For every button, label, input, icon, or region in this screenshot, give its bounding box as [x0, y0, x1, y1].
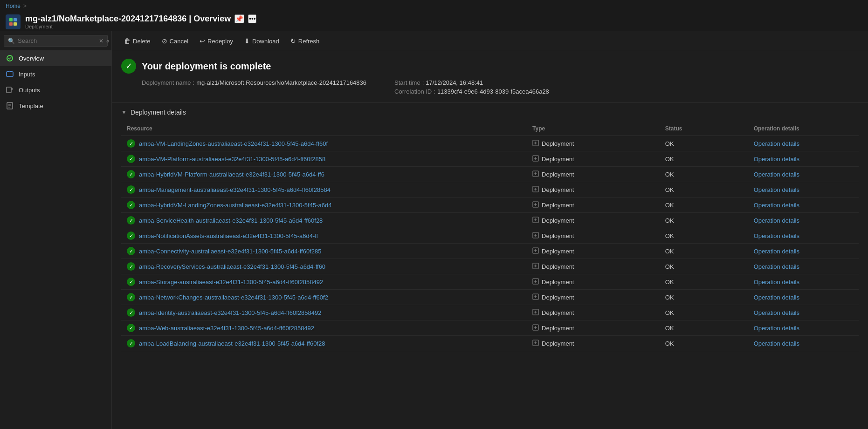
svg-rect-7	[10, 71, 12, 72]
template-icon	[6, 102, 14, 110]
sidebar-item-template[interactable]: Template	[0, 98, 111, 114]
resource-table: Resource Type Status Operation details	[121, 122, 859, 351]
status-cell: OK	[660, 336, 748, 351]
operation-details-link[interactable]: Operation details	[754, 263, 799, 270]
svg-rect-3	[14, 22, 17, 26]
close-icon[interactable]: ✕	[99, 38, 103, 44]
resource-cell: ✓ amba-RecoveryServices-australiaeast-e3…	[121, 259, 527, 274]
resource-link[interactable]: amba-VM-LandingZones-australiaeast-e32e4…	[139, 140, 328, 147]
operation-details-link[interactable]: Operation details	[754, 156, 799, 163]
resource-link[interactable]: amba-NotificationAssets-australiaeast-e3…	[139, 232, 318, 239]
resource-link[interactable]: amba-HybridVM-LandingZones-australiaeast…	[139, 202, 331, 209]
operation-details-link[interactable]: Operation details	[754, 140, 799, 147]
operation-details-link[interactable]: Operation details	[754, 325, 799, 332]
resource-link[interactable]: amba-HybridVM-Platform-australiaeast-e32…	[139, 171, 324, 178]
operation-details-link[interactable]: Operation details	[754, 279, 799, 286]
operation-details-link[interactable]: Operation details	[754, 217, 799, 224]
status-value: OK	[665, 202, 674, 209]
status-cell: OK	[660, 197, 748, 213]
operation-details-cell: Operation details	[748, 244, 859, 259]
type-icon	[532, 217, 539, 225]
sidebar-item-outputs[interactable]: Outputs	[0, 82, 111, 98]
column-header-type: Type	[527, 122, 660, 136]
operation-details-link[interactable]: Operation details	[754, 202, 799, 209]
operation-details-link[interactable]: Operation details	[754, 309, 799, 316]
search-box[interactable]: 🔍 ✕ «	[4, 35, 108, 47]
table-row: ✓ amba-VM-LandingZones-australiaeast-e32…	[121, 136, 859, 151]
search-input[interactable]	[18, 37, 96, 44]
pin-button[interactable]: 📌	[234, 14, 244, 23]
resource-link[interactable]: amba-RecoveryServices-australiaeast-e32e…	[139, 263, 325, 270]
resource-link[interactable]: amba-Storage-australiaeast-e32e4f31-1300…	[139, 279, 323, 286]
operation-details-link[interactable]: Operation details	[754, 340, 799, 347]
resource-link[interactable]: amba-VM-Platform-australiaeast-e32e4f31-…	[139, 156, 325, 163]
table-row: ✓ amba-Identity-australiaeast-e32e4f31-1…	[121, 305, 859, 320]
operation-details-cell: Operation details	[748, 274, 859, 290]
svg-rect-2	[9, 22, 13, 26]
refresh-button[interactable]: ↻ Refresh	[286, 35, 324, 47]
row-status-icon: ✓	[127, 201, 135, 209]
sidebar-item-template-label: Template	[19, 102, 43, 109]
table-row: ✓ amba-HybridVM-Platform-australiaeast-e…	[121, 167, 859, 182]
operation-details-cell: Operation details	[748, 213, 859, 228]
row-status-icon: ✓	[127, 155, 135, 163]
overview-icon	[6, 54, 14, 62]
operation-details-cell: Operation details	[748, 259, 859, 274]
sidebar-item-overview[interactable]: Overview	[0, 50, 111, 66]
delete-button[interactable]: 🗑 Delete	[119, 35, 155, 47]
operation-details-link[interactable]: Operation details	[754, 294, 799, 301]
more-button[interactable]: •••	[248, 14, 256, 23]
cancel-button[interactable]: ⊘ Cancel	[157, 35, 193, 47]
row-status-icon: ✓	[127, 232, 135, 240]
resource-link[interactable]: amba-Management-australiaeast-e32e4f31-1…	[139, 186, 331, 193]
resource-link[interactable]: amba-Identity-australiaeast-e32e4f31-130…	[139, 309, 321, 316]
operation-details-cell: Operation details	[748, 305, 859, 320]
sidebar-item-inputs[interactable]: Inputs	[0, 66, 111, 82]
operation-details-link[interactable]: Operation details	[754, 186, 799, 193]
status-value: OK	[665, 248, 674, 255]
resource-link[interactable]: amba-LoadBalancing-australiaeast-e32e4f3…	[139, 340, 325, 347]
type-icon	[532, 324, 539, 332]
resource-link[interactable]: amba-NetworkChanges-australiaeast-e32e4f…	[139, 294, 328, 301]
type-cell: Deployment	[527, 136, 660, 151]
resource-link[interactable]: amba-ServiceHealth-australiaeast-e32e4f3…	[139, 217, 323, 224]
table-row: ✓ amba-LoadBalancing-australiaeast-e32e4…	[121, 336, 859, 351]
table-row: ✓ amba-Web-australiaeast-e32e4f31-1300-5…	[121, 320, 859, 336]
download-button[interactable]: ⬇ Download	[240, 35, 284, 47]
details-header[interactable]: ▼ Deployment details	[121, 103, 859, 122]
type-cell: Deployment	[527, 182, 660, 197]
type-icon	[532, 201, 539, 209]
operation-details-link[interactable]: Operation details	[754, 232, 799, 239]
status-value: OK	[665, 340, 674, 347]
redeploy-button[interactable]: ↩ Redeploy	[195, 35, 238, 47]
header-title-block: mg-alz1/NoMarketplace-20241217164836 | O…	[25, 14, 256, 29]
table-row: ✓ amba-RecoveryServices-australiaeast-e3…	[121, 259, 859, 274]
status-cell: OK	[660, 151, 748, 167]
resource-link[interactable]: amba-Connectivity-australiaeast-e32e4f31…	[139, 248, 321, 255]
table-row: ✓ amba-NotificationAssets-australiaeast-…	[121, 228, 859, 244]
meta-left: Deployment name : mg-alz1/Microsoft.Reso…	[142, 79, 366, 95]
correlation-id-label: Correlation ID	[394, 88, 432, 95]
operation-details-link[interactable]: Operation details	[754, 248, 799, 255]
collapse-sidebar-icon[interactable]: «	[106, 38, 110, 44]
header-subtitle: Deployment	[25, 24, 256, 29]
status-value: OK	[665, 186, 674, 193]
status-cell: OK	[660, 305, 748, 320]
meta-right: Start time : 17/12/2024, 16:48:41 Correl…	[394, 79, 549, 95]
type-cell: Deployment	[527, 320, 660, 336]
table-row: ✓ amba-NetworkChanges-australiaeast-e32e…	[121, 290, 859, 305]
status-section: ✓ Your deployment is complete Deployment…	[112, 51, 868, 103]
type-value: Deployment	[542, 325, 574, 332]
start-time-value: 17/12/2024, 16:48:41	[426, 79, 483, 86]
status-cell: OK	[660, 182, 748, 197]
row-status-icon: ✓	[127, 293, 135, 301]
type-value: Deployment	[542, 202, 574, 209]
deployment-name-label: Deployment name	[142, 79, 191, 86]
operation-details-link[interactable]: Operation details	[754, 171, 799, 178]
outputs-icon	[6, 86, 14, 94]
row-status-icon: ✓	[127, 216, 135, 225]
type-icon	[532, 170, 539, 178]
type-cell: Deployment	[527, 213, 660, 228]
resource-link[interactable]: amba-Web-australiaeast-e32e4f31-1300-5f4…	[139, 325, 314, 332]
breadcrumb-home[interactable]: Home	[6, 3, 21, 9]
